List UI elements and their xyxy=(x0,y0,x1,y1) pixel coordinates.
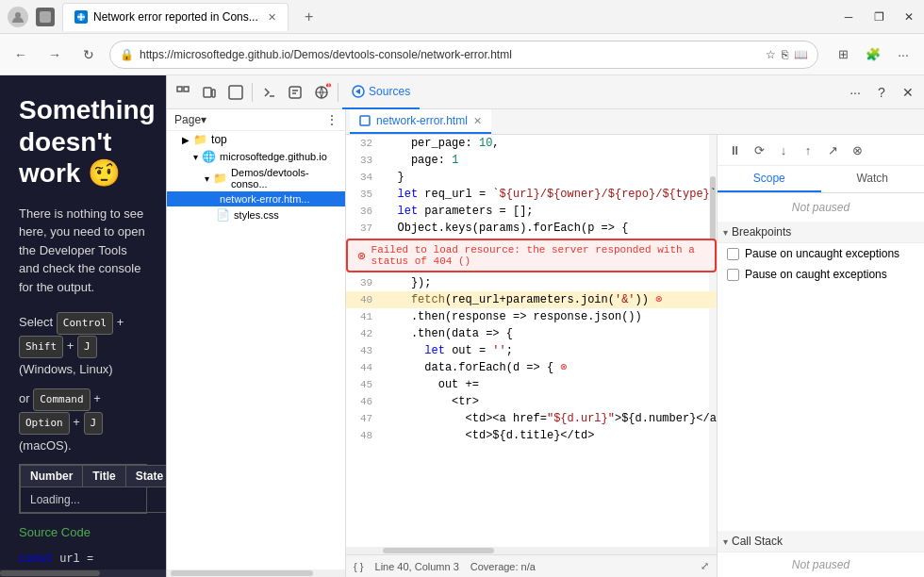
breakpoints-label: Breakpoints xyxy=(732,225,791,239)
new-tab-button[interactable]: + xyxy=(296,4,322,30)
col-number: Number xyxy=(21,466,83,487)
tree-item-domain[interactable]: ▾ 🌐 microsoftedge.github.io xyxy=(167,148,345,165)
page-body: There is nothing to see here, you need t… xyxy=(19,205,147,297)
tree-label: microsoftedge.github.io xyxy=(220,151,327,162)
separator-2 xyxy=(338,83,338,102)
step-over-button[interactable]: ⟳ xyxy=(748,139,770,161)
deactivate-breakpoints-button[interactable]: ⊗ xyxy=(846,139,868,161)
bp-caught-checkbox[interactable] xyxy=(727,269,739,281)
page-heading: Something doesn't work 🤨 xyxy=(19,94,147,190)
data-table: Number Title State Loading... xyxy=(19,464,147,514)
domain-icon: 🌐 xyxy=(202,150,216,163)
code-tab-network-error[interactable]: network-error.html ✕ xyxy=(350,109,491,134)
collections-button[interactable]: ⊞ xyxy=(830,41,856,68)
profile-avatar[interactable] xyxy=(8,7,28,27)
share-icon[interactable]: ⎘ xyxy=(782,48,788,61)
error-message: Failed to load resource: the server resp… xyxy=(371,244,705,267)
help-icon[interactable]: ? xyxy=(869,80,894,105)
code-line-42: 42 .then(data => { xyxy=(346,325,717,342)
arrow-icon: ▶ xyxy=(182,135,190,145)
code-scrollbar-h[interactable] xyxy=(346,547,717,554)
svg-rect-6 xyxy=(212,90,215,97)
code-line-41: 41 .then(response => response.json()) xyxy=(346,308,717,325)
tree-label: network-error.htm... xyxy=(220,193,309,205)
code-line-45: 45 out += xyxy=(346,376,717,393)
tree-item-demos[interactable]: ▾ 📁 Demos/devtools-conso... xyxy=(167,165,345,191)
read-icon[interactable]: 📖 xyxy=(794,48,808,61)
code-tab-close-button[interactable]: ✕ xyxy=(473,115,482,127)
code-line-43: 43 let out = ''; xyxy=(346,342,717,359)
breakpoints-arrow-icon: ▾ xyxy=(723,227,728,238)
pause-button[interactable]: ⏸ xyxy=(723,139,746,161)
extensions-button[interactable]: 🧩 xyxy=(860,41,886,68)
device-toggle-icon[interactable] xyxy=(197,80,222,105)
code-line-46: 46 <tr> xyxy=(346,393,717,410)
devtools-close-icon[interactable]: ✕ xyxy=(896,80,920,105)
tree-label: styles.css xyxy=(234,209,279,221)
close-button[interactable]: ✕ xyxy=(901,10,916,24)
source-link[interactable]: Source Code xyxy=(19,525,147,539)
main-layout: Something doesn't work 🤨 There is nothin… xyxy=(0,75,924,577)
tab-close-button[interactable]: ✕ xyxy=(268,11,276,24)
bp-uncaught[interactable]: Pause on uncaught exceptions xyxy=(718,243,924,264)
forward-button[interactable]: → xyxy=(41,41,68,68)
back-button[interactable]: ← xyxy=(8,41,34,68)
breakpoints-section-header[interactable]: ▾ Breakpoints xyxy=(718,222,924,243)
tree-item-styles[interactable]: 📄 styles.css xyxy=(167,206,345,223)
col-title: Title xyxy=(83,466,125,487)
select-element-icon[interactable] xyxy=(171,80,195,105)
url-text: https://microsoftedge.github.io/Demos/de… xyxy=(140,48,760,61)
more-tools-icon[interactable]: ··· xyxy=(843,80,867,105)
callstack-arrow-icon: ▾ xyxy=(723,536,728,547)
scope-watch-tabs: Scope Watch xyxy=(718,166,924,193)
bp-uncaught-checkbox[interactable] xyxy=(727,248,739,260)
tree-label: top xyxy=(211,133,227,146)
toolbar-right: ⊞ 🧩 ··· xyxy=(830,41,916,68)
browser-tab[interactable]: Network error reported in Cons... ✕ xyxy=(62,3,289,31)
code-area: 32 per_page: 10, 33 page: 1 34 xyxy=(346,135,717,444)
sources-tab[interactable]: Sources xyxy=(342,75,420,109)
code-line-48: 48 <td>${d.title}</td> xyxy=(346,427,717,444)
filetree-scrollbar[interactable] xyxy=(167,569,345,577)
tree-item-top[interactable]: ▶ 📁 top xyxy=(167,131,345,148)
browser-icon xyxy=(36,8,55,26)
tree-item-network-error[interactable]: network-error.htm... xyxy=(167,191,345,206)
step-into-button[interactable]: ↓ xyxy=(772,139,795,161)
step-out-button[interactable]: ↑ xyxy=(797,139,819,161)
svg-rect-3 xyxy=(177,87,182,91)
svg-rect-5 xyxy=(204,88,211,97)
webpage-panel: Something doesn't work 🤨 There is nothin… xyxy=(0,75,166,577)
arrow-icon: ▾ xyxy=(205,173,209,184)
col-state: State xyxy=(125,466,166,487)
more-button[interactable]: ··· xyxy=(890,41,916,68)
elements-icon[interactable] xyxy=(256,80,281,105)
devtools-content: Page ▾ ⋮ ▶ 📁 top ▾ 🌐 microsoftedge.githu… xyxy=(167,109,924,577)
cmd-key: Command xyxy=(33,388,90,411)
minimize-button[interactable]: ─ xyxy=(841,10,856,24)
shortcut-line-1: Select Control + Shift + J (Windows, Lin… xyxy=(19,311,147,380)
watch-tab[interactable]: Watch xyxy=(821,166,925,192)
code-line-47: 47 <td><a href="${d.url}">${d.number}</a xyxy=(346,410,717,427)
code-line-32: 32 per_page: 10, xyxy=(346,135,717,152)
folder-icon: 📁 xyxy=(193,133,207,146)
address-box[interactable]: 🔒 https://microsoftedge.github.io/Demos/… xyxy=(109,41,818,69)
horizontal-scrollbar[interactable] xyxy=(0,569,166,577)
address-icons: ☆ ⎘ 📖 xyxy=(766,48,808,61)
restore-button[interactable]: ❐ xyxy=(871,10,886,24)
scope-tab[interactable]: Scope xyxy=(718,166,821,192)
code-line-34: 34 } xyxy=(346,169,717,186)
console-icon[interactable] xyxy=(283,80,307,105)
bp-caught[interactable]: Pause on caught exceptions xyxy=(718,264,924,285)
refresh-button[interactable]: ↻ xyxy=(75,41,102,68)
fav-icon[interactable]: ☆ xyxy=(766,48,776,61)
inspect-icon[interactable] xyxy=(223,80,248,105)
arrow-icon: ▾ xyxy=(193,152,198,162)
callstack-section-header[interactable]: ▾ Call Stack xyxy=(718,531,924,552)
devtools-toolbar: 1 Sources ··· ? ✕ xyxy=(167,75,924,109)
step-button[interactable]: ↗ xyxy=(821,139,844,161)
expand-icon[interactable]: ⤢ xyxy=(701,560,709,572)
page-dropdown-icon[interactable]: ▾ xyxy=(201,113,206,126)
ctrl-key: Control xyxy=(57,312,113,335)
network-icon[interactable]: 1 xyxy=(309,80,334,105)
page-more-icon[interactable]: ⋮ xyxy=(326,113,338,126)
